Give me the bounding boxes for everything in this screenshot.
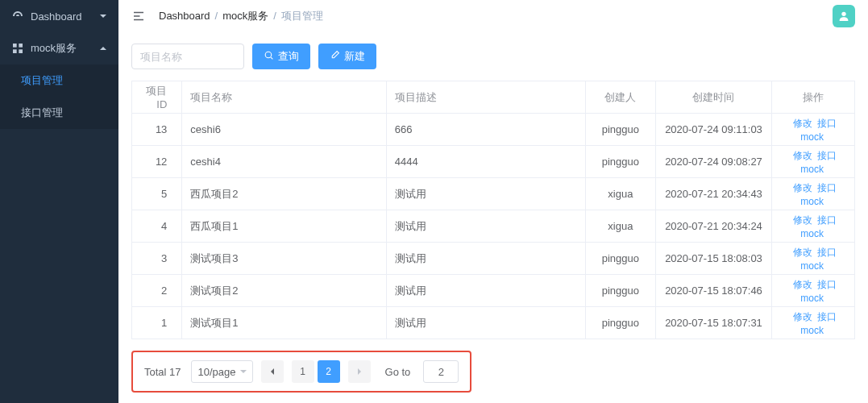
sidebar-item-interface-mgmt[interactable]: 接口管理: [0, 97, 118, 129]
breadcrumb-item[interactable]: mock服务: [222, 9, 268, 23]
submenu: 项目管理 接口管理: [0, 64, 118, 129]
sidebar-item-label: Dashboard: [31, 10, 82, 23]
col-header-time: 创建时间: [655, 81, 772, 114]
chevron-down-icon: [99, 12, 107, 20]
grid-icon: [11, 42, 24, 55]
cell-time: 2020-07-15 18:08:03: [655, 243, 772, 275]
sidebar-item-label: 接口管理: [21, 106, 63, 120]
cell-id: 13: [132, 114, 182, 146]
cell-desc: 测试用: [386, 307, 585, 339]
button-label: 新建: [344, 49, 365, 64]
avatar[interactable]: [833, 5, 855, 27]
col-header-id: 项目ID: [132, 81, 182, 114]
sidebar-item-label: mock服务: [31, 41, 77, 56]
cell-name: 测试项目1: [182, 307, 386, 339]
cell-name: 西瓜项目2: [182, 178, 386, 210]
cell-id: 3: [132, 243, 182, 275]
cell-action: 修改接口mock: [772, 275, 855, 307]
edit-icon: [330, 50, 340, 63]
sidebar-item-project-mgmt[interactable]: 项目管理: [0, 64, 118, 97]
cell-action: 修改接口mock: [772, 210, 855, 243]
table-row: 5西瓜项目2测试用xigua2020-07-21 20:34:43修改接口moc…: [132, 178, 855, 210]
search-input[interactable]: [131, 44, 244, 69]
cell-creator: xigua: [586, 178, 655, 210]
col-header-action: 操作: [772, 81, 855, 114]
pager-total: Total 17: [144, 366, 181, 378]
cell-name: 西瓜项目1: [182, 210, 386, 243]
svg-rect-2: [13, 49, 17, 53]
cell-name: 测试项目2: [182, 275, 386, 307]
cell-time: 2020-07-24 09:11:03: [655, 114, 772, 146]
breadcrumb-item: 项目管理: [281, 9, 323, 23]
cell-time: 2020-07-24 09:08:27: [655, 146, 772, 178]
cell-creator: pingguo: [586, 114, 655, 146]
query-button[interactable]: 查询: [252, 44, 310, 69]
table-row: 1测试项目1测试用pingguo2020-07-15 18:07:31修改接口m…: [132, 307, 855, 339]
table-row: 13ceshi6666pingguo2020-07-24 09:11:03修改接…: [132, 114, 855, 146]
sidebar-item-mock[interactable]: mock服务: [0, 32, 118, 64]
edit-link[interactable]: 修改: [793, 279, 812, 290]
chevron-right-icon: [355, 368, 363, 376]
edit-link[interactable]: 修改: [793, 118, 812, 129]
select-value: 10/page: [198, 366, 236, 378]
chevron-up-icon: [99, 44, 107, 52]
sidebar-item-dashboard[interactable]: Dashboard: [0, 0, 118, 32]
cell-action: 修改接口mock: [772, 243, 855, 275]
breadcrumb-sep: /: [215, 10, 218, 22]
cell-creator: pingguo: [586, 243, 655, 275]
col-header-creator: 创建人: [586, 81, 655, 114]
cell-time: 2020-07-15 18:07:31: [655, 307, 772, 339]
svg-line-9: [271, 57, 272, 59]
pagination: Total 17 10/page 12 Go to: [131, 351, 471, 393]
table-row: 4西瓜项目1测试用xigua2020-07-21 20:34:24修改接口moc…: [132, 210, 855, 243]
sidebar: Dashboard mock服务 项目管理 接口管理: [0, 0, 118, 403]
cell-action: 修改接口mock: [772, 307, 855, 339]
menu-toggle-icon[interactable]: [131, 9, 146, 23]
cell-desc: 测试用: [386, 275, 585, 307]
button-label: 查询: [278, 49, 299, 64]
cell-id: 2: [132, 275, 182, 307]
goto-label: Go to: [385, 366, 411, 378]
cell-time: 2020-07-21 20:34:43: [655, 178, 772, 210]
edit-link[interactable]: 修改: [793, 311, 812, 322]
pager-page[interactable]: 1: [292, 360, 314, 383]
search-icon: [264, 50, 274, 63]
pager-prev[interactable]: [261, 360, 284, 383]
cell-action: 修改接口mock: [772, 146, 855, 178]
pager-next[interactable]: [348, 360, 371, 383]
svg-rect-3: [19, 49, 23, 53]
table-row: 12ceshi44444pingguo2020-07-24 09:08:27修改…: [132, 146, 855, 178]
cell-name: 测试项目3: [182, 243, 386, 275]
new-button[interactable]: 新建: [318, 44, 376, 69]
goto-input[interactable]: [423, 360, 459, 383]
col-header-desc: 项目描述: [386, 81, 585, 114]
edit-link[interactable]: 修改: [793, 214, 812, 226]
cell-id: 1: [132, 307, 182, 339]
page-size-select[interactable]: 10/page: [191, 360, 253, 383]
col-header-name: 项目名称: [182, 81, 386, 114]
topbar: Dashboard / mock服务 / 项目管理: [118, 0, 868, 32]
cell-creator: pingguo: [586, 275, 655, 307]
cell-time: 2020-07-15 18:07:46: [655, 275, 772, 307]
pager-page[interactable]: 2: [318, 360, 340, 383]
cell-time: 2020-07-21 20:34:24: [655, 210, 772, 243]
project-table: 项目ID 项目名称 项目描述 创建人 创建时间 操作 13ceshi6666pi…: [131, 81, 855, 339]
cell-action: 修改接口mock: [772, 178, 855, 210]
cell-id: 12: [132, 146, 182, 178]
cell-desc: 测试用: [386, 243, 585, 275]
cell-creator: pingguo: [586, 146, 655, 178]
cell-desc: 4444: [386, 146, 585, 178]
edit-link[interactable]: 修改: [793, 150, 812, 161]
cell-name: ceshi6: [182, 114, 386, 146]
chevron-down-icon: [239, 366, 247, 378]
edit-link[interactable]: 修改: [793, 182, 812, 193]
edit-link[interactable]: 修改: [793, 247, 812, 258]
breadcrumb-item[interactable]: Dashboard: [159, 10, 210, 22]
svg-point-8: [265, 52, 272, 58]
cell-action: 修改接口mock: [772, 114, 855, 146]
table-row: 3测试项目3测试用pingguo2020-07-15 18:08:03修改接口m…: [132, 243, 855, 275]
cell-desc: 测试用: [386, 210, 585, 243]
chevron-left-icon: [268, 368, 276, 376]
svg-rect-1: [19, 44, 23, 48]
svg-point-7: [841, 11, 845, 15]
